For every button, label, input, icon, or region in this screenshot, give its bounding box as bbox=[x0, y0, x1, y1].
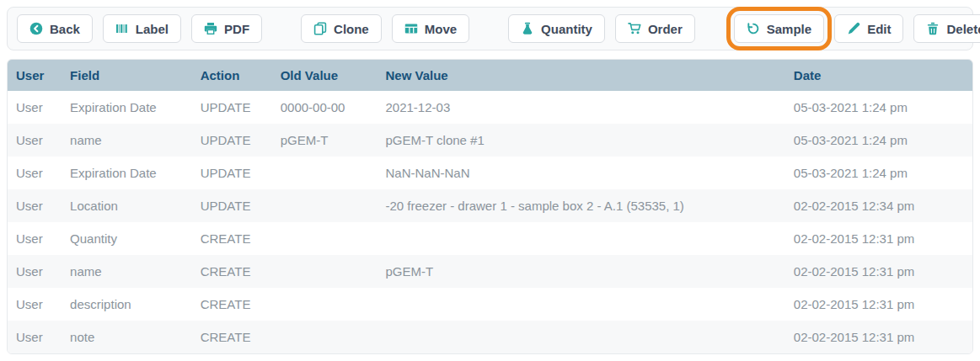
order-button[interactable]: Order bbox=[615, 14, 695, 43]
cell-date: 02-02-2015 12:31 pm bbox=[785, 222, 972, 255]
circle-chevron-left-icon bbox=[29, 22, 43, 35]
cell-new-value: NaN-NaN-NaN bbox=[378, 157, 785, 189]
clone-button[interactable]: Clone bbox=[301, 14, 382, 43]
cell-old-value: pGEM-T bbox=[272, 124, 378, 157]
history-table: UserFieldActionOld ValueNew ValueDate Us… bbox=[8, 60, 972, 353]
column-header-action: Action bbox=[192, 60, 272, 91]
cell-field: name bbox=[62, 124, 192, 157]
trash-icon bbox=[926, 22, 940, 35]
cell-date: 05-03-2021 1:24 pm bbox=[785, 124, 972, 157]
button-label: Delete bbox=[946, 22, 980, 36]
cell-new-value: pGEM-T bbox=[378, 255, 785, 288]
sample-button[interactable]: Sample bbox=[734, 14, 824, 43]
table-icon bbox=[404, 22, 418, 35]
cell-field: Location bbox=[62, 189, 192, 222]
cell-user: User bbox=[8, 157, 62, 189]
cell-new-value: -20 freezer - drawer 1 - sample box 2 - … bbox=[378, 189, 785, 222]
cell-new-value bbox=[378, 288, 785, 321]
column-header-date: Date bbox=[785, 60, 972, 91]
cell-date: 02-02-2015 12:34 pm bbox=[785, 189, 972, 222]
cell-new-value: pGEM-T clone #1 bbox=[378, 124, 785, 157]
quantity-button[interactable]: Quantity bbox=[508, 14, 605, 43]
table-header-row: UserFieldActionOld ValueNew ValueDate bbox=[8, 60, 972, 91]
cell-user: User bbox=[8, 124, 62, 157]
column-header-field: Field bbox=[62, 60, 192, 91]
label-button[interactable]: Label bbox=[103, 14, 181, 43]
copy-icon bbox=[313, 22, 327, 35]
cell-field: name bbox=[62, 255, 192, 288]
cell-date: 02-02-2015 12:31 pm bbox=[785, 321, 972, 353]
history-table-container: UserFieldActionOld ValueNew ValueDate Us… bbox=[7, 59, 973, 354]
cell-user: User bbox=[8, 255, 62, 288]
cell-old-value bbox=[272, 321, 378, 353]
button-label: Move bbox=[425, 22, 457, 36]
button-label: Label bbox=[136, 22, 169, 36]
button-label: Back bbox=[50, 22, 80, 36]
move-button[interactable]: Move bbox=[392, 14, 469, 43]
cell-old-value bbox=[272, 288, 378, 321]
cell-action: UPDATE bbox=[192, 124, 272, 157]
cell-date: 02-02-2015 12:31 pm bbox=[785, 288, 972, 321]
cell-action: UPDATE bbox=[192, 189, 272, 222]
cell-user: User bbox=[8, 189, 62, 222]
table-row: UsernoteCREATE02-02-2015 12:31 pm bbox=[8, 321, 972, 353]
back-button[interactable]: Back bbox=[17, 14, 93, 43]
table-row: UserQuantityCREATE02-02-2015 12:31 pm bbox=[8, 222, 972, 255]
cell-field: Expiration Date bbox=[62, 157, 192, 189]
cell-field: description bbox=[62, 288, 192, 321]
cell-new-value bbox=[378, 222, 785, 255]
cell-action: CREATE bbox=[192, 321, 272, 353]
cell-action: CREATE bbox=[192, 255, 272, 288]
flask-icon bbox=[521, 22, 534, 35]
cell-action: UPDATE bbox=[192, 157, 272, 189]
button-label: Sample bbox=[767, 22, 811, 36]
table-row: UserExpiration DateUPDATENaN-NaN-NaN05-0… bbox=[8, 157, 972, 189]
cell-action: CREATE bbox=[192, 288, 272, 321]
cell-date: 02-02-2015 12:31 pm bbox=[785, 255, 972, 288]
cell-old-value bbox=[272, 157, 378, 189]
button-label: Clone bbox=[334, 22, 369, 36]
button-label: Order bbox=[648, 22, 683, 36]
column-header-new-value: New Value bbox=[378, 60, 785, 91]
delete-button[interactable]: Delete bbox=[913, 14, 980, 43]
button-label: PDF bbox=[224, 22, 249, 36]
barcode-icon bbox=[115, 22, 129, 35]
cell-old-value bbox=[272, 255, 378, 288]
cell-action: CREATE bbox=[192, 222, 272, 255]
cell-field: note bbox=[62, 321, 192, 353]
cell-new-value bbox=[378, 321, 785, 353]
cell-field: Expiration Date bbox=[62, 91, 192, 124]
cell-new-value: 2021-12-03 bbox=[378, 91, 785, 124]
pencil-icon bbox=[847, 22, 860, 35]
cell-field: Quantity bbox=[62, 222, 192, 255]
cell-date: 05-03-2021 1:24 pm bbox=[785, 91, 972, 124]
cell-old-value: 0000-00-00 bbox=[272, 91, 378, 124]
button-label: Edit bbox=[867, 22, 891, 36]
cell-user: User bbox=[8, 288, 62, 321]
edit-button[interactable]: Edit bbox=[834, 14, 903, 43]
table-row: UserLocationUPDATE-20 freezer - drawer 1… bbox=[8, 189, 972, 222]
table-row: UsernameCREATEpGEM-T02-02-2015 12:31 pm bbox=[8, 255, 972, 288]
table-row: UsernameUPDATEpGEM-TpGEM-T clone #105-03… bbox=[8, 124, 972, 157]
column-header-old-value: Old Value bbox=[272, 60, 378, 91]
button-label: Quantity bbox=[541, 22, 592, 36]
column-header-user: User bbox=[8, 60, 62, 91]
table-row: UserExpiration DateUPDATE0000-00-002021-… bbox=[8, 91, 972, 124]
cell-old-value bbox=[272, 222, 378, 255]
cell-user: User bbox=[8, 321, 62, 353]
cell-date: 05-03-2021 1:24 pm bbox=[785, 157, 972, 189]
cell-action: UPDATE bbox=[192, 91, 272, 124]
table-row: UserdescriptionCREATE02-02-2015 12:31 pm bbox=[8, 288, 972, 321]
sample-highlight-annotation: Sample bbox=[726, 7, 832, 50]
undo-icon bbox=[747, 22, 760, 35]
toolbar: BackLabelPDFCloneMoveQuantityOrderSample… bbox=[7, 7, 973, 50]
cart-icon bbox=[628, 22, 641, 35]
cell-old-value bbox=[272, 189, 378, 222]
cell-user: User bbox=[8, 91, 62, 124]
cell-user: User bbox=[8, 222, 62, 255]
pdf-button[interactable]: PDF bbox=[191, 14, 262, 43]
printer-icon bbox=[204, 22, 217, 35]
